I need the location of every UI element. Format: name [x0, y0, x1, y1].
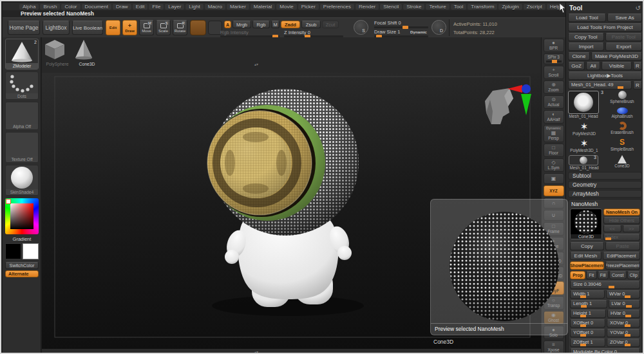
- menu-item[interactable]: Brush: [40, 4, 60, 10]
- menu-item[interactable]: Alpha: [19, 4, 39, 10]
- right-shelf-button[interactable]: ▣: [544, 173, 564, 184]
- draw-size-dial[interactable]: D: [431, 20, 446, 35]
- placement-mode-button[interactable]: Fit: [586, 271, 596, 279]
- scale-mode-button[interactable]: S Scale: [156, 20, 171, 35]
- zadd-button[interactable]: Zadd: [281, 21, 300, 28]
- nanomesh-slider[interactable]: YOffset 0: [570, 329, 605, 337]
- current-brush-button[interactable]: 2 ZModeler: [5, 39, 39, 70]
- document-canvas[interactable]: Preview selected NanoMesh Cone3D: [42, 73, 541, 349]
- tool-item-slider[interactable]: Mesh_01_Head. 49: [568, 81, 632, 89]
- clone-button[interactable]: Clone: [568, 52, 590, 61]
- export-button[interactable]: Export: [605, 42, 642, 51]
- make-polymesh3d-button[interactable]: Make PolyMesh3D: [591, 52, 642, 61]
- load-tools-from-project-button[interactable]: Load Tools From Project: [568, 23, 642, 32]
- saturation-square[interactable]: [10, 203, 33, 229]
- switch-color-button[interactable]: SwitchColor: [5, 262, 39, 269]
- placement-mode-button[interactable]: Clip: [627, 271, 640, 279]
- menu-item[interactable]: Zplugin: [498, 4, 522, 10]
- menu-item[interactable]: Render: [355, 4, 379, 10]
- save-as-button[interactable]: Save As: [607, 14, 642, 22]
- rgb-button[interactable]: Rgb: [252, 21, 270, 28]
- size-slider[interactable]: Size 0.39046: [570, 281, 640, 289]
- nanomesh-slider[interactable]: Width 1: [570, 290, 605, 299]
- live-boolean-button[interactable]: Live Boolean: [72, 21, 103, 35]
- menu-item[interactable]: Layer: [165, 4, 184, 10]
- load-tool-button[interactable]: Load Tool: [568, 14, 606, 22]
- nanomesh-thumb[interactable]: Cone3D: [570, 209, 602, 239]
- menu-item[interactable]: Light: [185, 4, 203, 10]
- menu-item[interactable]: Color: [61, 4, 80, 10]
- menu-item[interactable]: File: [149, 4, 164, 10]
- placement-mode-button[interactable]: Fill: [598, 271, 609, 279]
- prev-index-button[interactable]: <<: [603, 225, 621, 232]
- right-shelf-button[interactable]: ⊙ Actual: [544, 95, 564, 109]
- import-button[interactable]: Import: [568, 42, 604, 51]
- focal-shift-slider[interactable]: [374, 26, 428, 28]
- hue-square[interactable]: [5, 198, 39, 234]
- tool-thumb[interactable]: ✶ PolyMesh3D: [569, 122, 599, 136]
- placement-mode-button[interactable]: Prop: [570, 271, 585, 279]
- menu-item[interactable]: Material: [251, 4, 275, 10]
- copy-tool-button[interactable]: Copy Tool: [568, 33, 604, 41]
- menu-item[interactable]: Document: [82, 4, 111, 10]
- placement-mode-button[interactable]: Const: [609, 271, 627, 279]
- edit-mesh-button[interactable]: Edit Mesh: [570, 252, 601, 260]
- menu-item[interactable]: Tool: [451, 4, 467, 10]
- nanomesh-section-header[interactable]: NanoMesh: [570, 201, 640, 209]
- color-picker[interactable]: [5, 198, 39, 234]
- index-slider[interactable]: Index: [603, 234, 640, 241]
- menu-item[interactable]: Transform: [468, 4, 497, 10]
- draw-mode-button[interactable]: + Draw: [122, 20, 137, 35]
- nanomesh-var-slider[interactable]: WVar 0: [606, 290, 640, 299]
- bottom-collapse-handle[interactable]: ▴▾: [254, 349, 258, 354]
- lightbox-tools-button[interactable]: Lightbox▶Tools: [568, 71, 642, 80]
- menu-item[interactable]: Stencil: [380, 4, 402, 10]
- menu-item[interactable]: Draw: [113, 4, 131, 10]
- home-page-button[interactable]: Home Page: [8, 21, 40, 35]
- texture-button[interactable]: Texture Off: [5, 132, 39, 163]
- show-placement-button[interactable]: ShowPlacement: [570, 261, 604, 270]
- nanomesh-slider[interactable]: XOffset 0: [570, 319, 605, 328]
- right-shelf-button[interactable]: SPix 3: [544, 53, 564, 64]
- right-shelf-button[interactable]: ◐ AAHalf: [544, 110, 564, 124]
- material-button[interactable]: SkinShade4: [5, 165, 39, 196]
- goz-button[interactable]: GoZ: [568, 62, 585, 70]
- nanomesh-var-slider[interactable]: XOVar 0: [607, 319, 640, 328]
- nanomesh-var-slider[interactable]: YOVar 0: [607, 329, 640, 337]
- lightbox-button[interactable]: LightBox: [43, 21, 70, 35]
- nanomesh-slider[interactable]: ZOffset 1: [570, 339, 605, 347]
- right-shelf-button[interactable]: + Scroll: [544, 66, 564, 79]
- nanomesh-var-slider[interactable]: LVar 0: [609, 300, 640, 308]
- right-shelf-button[interactable]: Dynamic ▦ Persp: [544, 125, 564, 142]
- menu-item[interactable]: Macro: [205, 4, 225, 10]
- mrgb-button[interactable]: Mrgb: [232, 21, 251, 28]
- nanomesh-slider[interactable]: Length 1: [570, 300, 607, 308]
- a-toggle-button[interactable]: A: [224, 21, 231, 28]
- right-shelf-button[interactable]: ≡ Xpose: [544, 340, 564, 354]
- main-color-swatch[interactable]: [5, 243, 21, 259]
- tool-r-button[interactable]: R: [633, 81, 642, 89]
- tool-tray-polysphere[interactable]: PolySphere: [43, 38, 71, 67]
- menu-item[interactable]: Stroke: [403, 4, 424, 10]
- stroke-button[interactable]: Dots: [5, 71, 39, 100]
- rotate-mode-button[interactable]: R Rotate: [173, 20, 187, 35]
- tool-thumb[interactable]: ✶ PolyMesh3D_1: [569, 138, 599, 153]
- goz-visible-button[interactable]: Visible: [601, 62, 632, 70]
- menu-item[interactable]: Marker: [227, 4, 249, 10]
- nanomesh-on-button[interactable]: NanoMesh On: [603, 209, 640, 216]
- menu-item[interactable]: Edit: [133, 4, 148, 10]
- menu-item[interactable]: Picker: [298, 4, 319, 10]
- nanomesh-var-slider[interactable]: HVar 0: [607, 310, 640, 318]
- zcut-button[interactable]: Zcut: [322, 21, 339, 28]
- tray-collapse-handle[interactable]: ▴▾: [254, 62, 258, 66]
- copy-button[interactable]: Copy: [570, 242, 604, 250]
- arraymesh-section-header[interactable]: ArrayMesh: [568, 190, 642, 198]
- goz-r-button[interactable]: R: [633, 62, 642, 70]
- tool-tray-cone3d[interactable]: Cone3D: [73, 38, 101, 67]
- menu-item[interactable]: Zscript: [524, 4, 545, 10]
- move-mode-button[interactable]: M Move: [139, 20, 154, 35]
- secondary-color-swatch[interactable]: [23, 243, 39, 259]
- goz-all-button[interactable]: All: [586, 62, 600, 70]
- paste-button[interactable]: Paste: [605, 242, 640, 250]
- tool-thumb-selected[interactable]: 3 Mesh_01_Head: [568, 91, 599, 119]
